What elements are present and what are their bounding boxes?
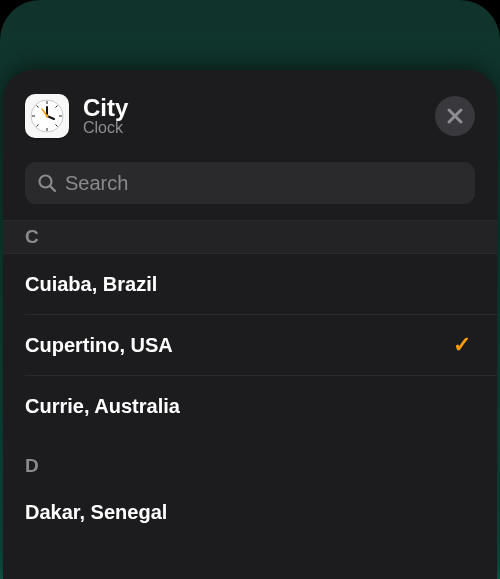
svg-line-16 (50, 186, 55, 191)
clock-icon (29, 98, 65, 134)
list-item[interactable]: Cuiaba, Brazil (3, 254, 497, 314)
section-gap (3, 436, 497, 450)
city-picker-sheet: City Clock C Cuiaba, Brazil Cupertino, U… (3, 70, 497, 579)
search-input[interactable] (65, 172, 463, 195)
city-list[interactable]: C Cuiaba, Brazil Cupertino, USA ✓ Currie… (3, 220, 497, 579)
title-wrap: City Clock (83, 95, 435, 137)
sheet-header: City Clock (3, 70, 497, 148)
search-field[interactable] (25, 162, 475, 204)
list-item[interactable]: Dakar, Senegal (3, 482, 497, 542)
section-header-c: C (3, 220, 497, 254)
clock-app-icon (25, 94, 69, 138)
list-item-label: Currie, Australia (25, 395, 475, 418)
sheet-subtitle: Clock (83, 119, 435, 137)
search-icon (37, 173, 57, 193)
list-item[interactable]: Currie, Australia (3, 376, 497, 436)
close-icon (446, 107, 464, 125)
section-header-d: D (3, 450, 497, 482)
checkmark-icon: ✓ (453, 332, 475, 358)
sheet-title: City (83, 95, 435, 120)
list-item-label: Dakar, Senegal (25, 501, 475, 524)
search-wrap (3, 148, 497, 220)
list-item-label: Cupertino, USA (25, 334, 453, 357)
list-item-label: Cuiaba, Brazil (25, 273, 475, 296)
list-item[interactable]: Cupertino, USA ✓ (3, 315, 497, 375)
svg-point-12 (46, 115, 49, 118)
close-button[interactable] (435, 96, 475, 136)
